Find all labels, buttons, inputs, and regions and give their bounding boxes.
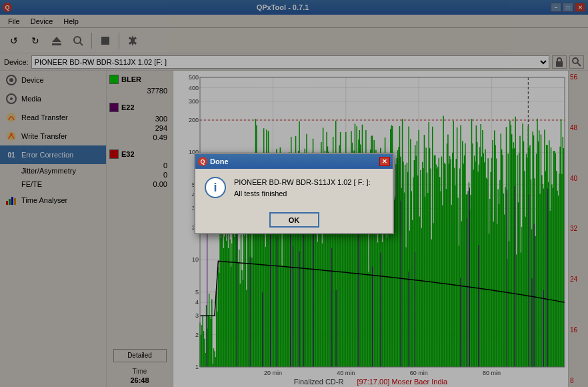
- dialog-line2: All tests finished: [234, 188, 371, 200]
- dialog: Q Done ✕ i PIONEER BD-RW BDR-S11JX 1.02 …: [194, 153, 394, 234]
- dialog-footer: OK: [195, 207, 393, 233]
- dialog-line1: PIONEER BD-RW BDR-S11JX 1.02 [ F: ]:: [234, 177, 371, 188]
- dialog-title: Done: [210, 157, 379, 165]
- info-icon: i: [205, 177, 226, 198]
- dialog-close-button[interactable]: ✕: [379, 157, 390, 166]
- dialog-body: i PIONEER BD-RW BDR-S11JX 1.02 [ F: ]: A…: [195, 169, 393, 207]
- ok-button[interactable]: OK: [269, 212, 319, 228]
- dialog-overlay[interactable]: Q Done ✕ i PIONEER BD-RW BDR-S11JX 1.02 …: [0, 0, 588, 387]
- dialog-app-icon: Q: [198, 157, 207, 166]
- dialog-message: PIONEER BD-RW BDR-S11JX 1.02 [ F: ]: All…: [234, 177, 371, 199]
- dialog-title-bar: Q Done ✕: [195, 154, 393, 169]
